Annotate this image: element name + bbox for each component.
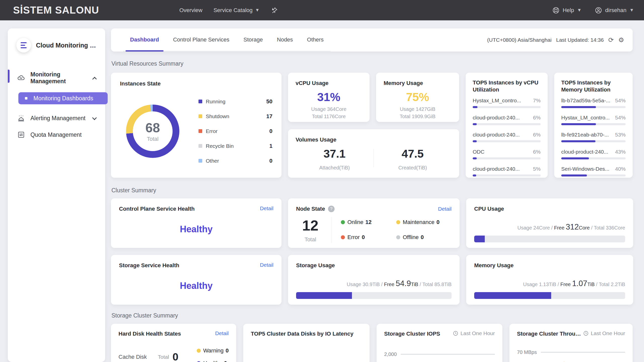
detail-link[interactable]: Detail	[260, 205, 273, 211]
time-range: Last One Hour	[583, 330, 625, 336]
sidebar-item-quota-management[interactable]: Quota Management	[13, 126, 100, 143]
detail-link[interactable]: Detail	[260, 262, 273, 268]
section-storage-cluster: Storage Cluster Summary	[111, 312, 178, 319]
card-title: Instances State	[120, 80, 160, 87]
memory-percent: 75%	[384, 90, 452, 104]
list-item: lb-b72ad59a-5e5a-...54%	[561, 98, 626, 108]
volumes-created: 47.5	[374, 147, 452, 160]
cluster-cpu-usage-card: CPU Usage Usage 24Core / Free 312Core / …	[466, 198, 633, 248]
tab-nodes[interactable]: Nodes	[270, 28, 300, 51]
list-item: cloud-product-240...6%	[473, 132, 541, 142]
health-status: Healthy	[119, 281, 273, 291]
memory-usage-card: Memory Usage 75% Usage 1427GiB Total 190…	[376, 73, 459, 122]
main-content: Dashboard Control Plane Services Storage…	[111, 0, 633, 362]
io-latency-card: TOP5 Cluster Data Disks by IO Latency	[243, 324, 370, 362]
throughput-chart: 70 MBps 60 MBps	[517, 349, 625, 362]
sidebar-item-alerting-management[interactable]: Alerting Management	[13, 110, 100, 126]
refresh-icon[interactable]: ⟳	[608, 37, 614, 43]
gear-icon[interactable]: ⚙	[618, 37, 624, 43]
section-cluster-summary: Cluster Summary	[111, 187, 156, 194]
list-item: ODC6%	[473, 149, 541, 159]
last-updated-label: Last Updated: 14:36	[556, 37, 604, 43]
cluster-memory-usage-card: Memory Usage Usage 1.13TiB / Free 1.07Ti…	[466, 255, 633, 305]
storage-usage-line: Usage 30.9TiB / Free 54.9TiB / Total 85.…	[296, 279, 452, 288]
virtual-resources-row: Instances State 68 Total Running50 Shutd…	[111, 73, 633, 178]
vcpu-percent: 31%	[296, 90, 362, 104]
tab-bar: Dashboard Control Plane Services Storage…	[123, 28, 331, 52]
control-plane-health-card: Control Plane Service Health Detail Heal…	[111, 198, 281, 248]
dashboard-toolbar: Dashboard Control Plane Services Storage…	[111, 28, 633, 52]
alarm-icon	[17, 114, 25, 122]
list-item: Seri-Windows-Des...40%	[561, 166, 626, 176]
list-item: cloud-product-240...43%	[561, 149, 626, 159]
cpu-usage-bar	[474, 236, 625, 242]
instances-donut-chart: 68 Total	[126, 105, 179, 158]
tab-dashboard[interactable]: Dashboard	[123, 28, 166, 51]
sidebar-title: Cloud Monitoring Ser...	[36, 42, 99, 49]
storage-cluster-row: Hard Disk Health States Detail Cache Dis…	[111, 324, 633, 362]
detail-link[interactable]: Detail	[438, 206, 452, 212]
legend-item: Error0	[198, 128, 272, 134]
throughput-card: Storage Cluster Through... Last One Hour…	[509, 324, 633, 362]
sliders-icon	[17, 130, 25, 139]
node-state-legend: Online12 Maintenance0 Error0 Offline0	[341, 219, 452, 241]
instances-state-card: Instances State 68 Total Running50 Shutd…	[111, 73, 281, 178]
volumes-attached: 37.1	[296, 147, 374, 160]
storage-usage-bar	[296, 292, 452, 299]
cluster-row-2: Storage Service Health Detail Healthy St…	[111, 255, 633, 305]
health-status: Healthy	[119, 224, 273, 235]
sidebar: Cloud Monitoring Ser... Monitoring Manag…	[8, 28, 105, 362]
throughput-spike	[562, 361, 566, 362]
volumes-usage-card: Volumes Usage 37.1 Attached(TiB) 47.5 Cr…	[288, 129, 459, 178]
legend-item: Recycle Bin1	[198, 143, 272, 149]
legend-item: Warning0	[197, 347, 229, 354]
top5-memory-card: TOP5 Instances by Memory Utilization lb-…	[554, 73, 633, 178]
top5-vcpu-card: TOP5 Instances by vCPU Utilization Hysta…	[466, 73, 548, 178]
iops-card: Storage Cluster IOPS Last One Hour 2,000…	[377, 324, 502, 362]
usage-column: vCPU Usage 31% Usage 364Core Total 1176C…	[288, 73, 459, 178]
list-item: Hystax_LM_contro...54%	[561, 115, 626, 125]
list-item: cloud-product-240...5%	[473, 166, 541, 176]
sidebar-item-monitoring-dashboards[interactable]: Monitoring Dashboards	[18, 92, 108, 104]
tab-storage[interactable]: Storage	[236, 28, 270, 51]
legend-item: Shutdown17	[198, 113, 272, 120]
top5-vcpu-list: Hystax_LM_contro...7% cloud-product-240.…	[473, 98, 541, 176]
legend-item: Maintenance0	[396, 219, 452, 225]
hard-disk-health-card: Hard Disk Health States Detail Cache Dis…	[111, 324, 236, 362]
iops-chart: 2,000 1,500	[384, 351, 495, 362]
menu-toggle-icon[interactable]	[16, 38, 31, 53]
instances-total: 68	[145, 120, 160, 135]
time-range: Last One Hour	[453, 330, 495, 336]
tab-control-plane-services[interactable]: Control Plane Services	[166, 28, 236, 51]
tab-others[interactable]: Others	[300, 28, 331, 51]
cluster-row-1: Control Plane Service Health Detail Heal…	[111, 198, 633, 248]
legend-item: Error0	[341, 234, 391, 241]
sidebar-menu: Monitoring Management Monitoring Dashboa…	[8, 60, 105, 143]
legend-item: Other0	[198, 158, 272, 164]
node-total: 12	[296, 217, 325, 234]
vcpu-usage-card: vCPU Usage 31% Usage 364Core Total 1176C…	[288, 73, 370, 122]
node-state-card: Node State ? Detail 12 Total Online12 Ma…	[288, 198, 460, 248]
detail-link[interactable]: Detail	[215, 330, 229, 336]
sidebar-item-monitoring-management[interactable]: Monitoring Management	[13, 67, 100, 89]
clock-icon	[583, 331, 589, 336]
question-icon[interactable]: ?	[328, 206, 335, 212]
memory-usage-line: Usage 1.13TiB / Free 1.07TiB / Total 2.2…	[474, 279, 625, 288]
legend-item: Running50	[198, 98, 272, 105]
active-indicator	[8, 70, 10, 83]
app-logo: SİSTEM SALONU	[13, 5, 99, 16]
chevron-up-icon	[92, 77, 97, 81]
sidebar-header: Cloud Monitoring Ser...	[8, 28, 105, 60]
clock-icon	[453, 331, 458, 336]
legend-item: Healthy0	[197, 360, 229, 362]
list-item: cloud-product-240...6%	[473, 115, 541, 125]
hdd-legend: Warning0 Healthy0	[197, 347, 229, 362]
legend-item: Offline0	[396, 234, 452, 241]
top5-memory-list: lb-b72ad59a-5e5a-...54% Hystax_LM_contro…	[561, 98, 626, 176]
timezone-label: (UTC+0800) Asia/Shanghai	[487, 37, 551, 43]
storage-health-card: Storage Service Health Detail Healthy	[111, 255, 281, 305]
cpu-usage-line: Usage 24Core / Free 312Core / Total 336C…	[474, 222, 625, 232]
legend-item: Online12	[341, 219, 391, 225]
chevron-down-icon	[92, 115, 97, 120]
list-item: Hystax_LM_contro...7%	[473, 98, 541, 108]
